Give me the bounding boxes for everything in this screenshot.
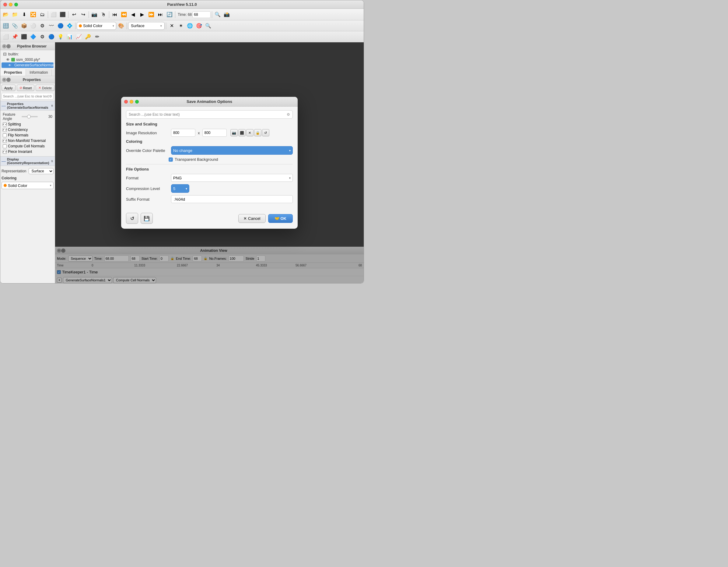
t3-btn3[interactable]: ⬛	[20, 33, 28, 41]
format-select[interactable]: PNG ▾	[171, 174, 293, 182]
loop-btn[interactable]: 🔄	[165, 10, 174, 19]
reset-button[interactable]: ⊘ Reset	[17, 85, 35, 91]
center-btn[interactable]: ✴	[177, 22, 185, 30]
open-folder-btn[interactable]: 📂	[2, 10, 10, 19]
maximize-button[interactable]	[14, 3, 18, 6]
color-dropdown[interactable]: Solid Color ▾	[77, 22, 116, 30]
cancel-button[interactable]: ✕ Cancel	[238, 214, 265, 223]
orient-btn[interactable]: ✕	[167, 22, 176, 30]
close-button[interactable]	[3, 3, 7, 6]
res-btn-reset[interactable]: ↺	[262, 129, 269, 136]
checkbox-piece-invariant[interactable]: ✓ Piece Invariant	[2, 149, 54, 154]
connect-btn[interactable]: 🔀	[29, 10, 37, 19]
render-btn[interactable]: ⬜	[49, 10, 58, 19]
dialog-search-input[interactable]	[129, 112, 287, 117]
surface-dropdown[interactable]: Surface ▾	[128, 22, 165, 30]
play-btn[interactable]: ▶	[138, 10, 146, 19]
open-btn[interactable]: 📁	[11, 10, 19, 19]
representation-select[interactable]: Surface	[29, 168, 54, 174]
t3-btn7[interactable]: 💡	[56, 33, 65, 41]
save-btn[interactable]: ⬇	[20, 10, 28, 19]
warp-btn[interactable]: 〰	[47, 22, 56, 30]
pipeline-float-btn[interactable]: ○	[6, 44, 11, 48]
apply-button[interactable]: Apply	[2, 85, 16, 91]
checkbox-compute-cell-box[interactable]	[3, 144, 7, 148]
tab-information[interactable]: Information	[26, 69, 52, 76]
fwd-btn[interactable]: ⏩	[147, 10, 156, 19]
screenshot-btn[interactable]: 📸	[222, 10, 231, 19]
t3-btn4[interactable]: 🔷	[29, 33, 37, 41]
end-btn[interactable]: ⏭	[156, 10, 165, 19]
compression-stepper[interactable]: 5 ▾	[171, 184, 189, 193]
section-copy-btn[interactable]: ⎘	[51, 104, 54, 107]
props-search-input[interactable]	[3, 94, 49, 98]
t3-btn1[interactable]: ⬜	[2, 33, 10, 41]
sphere-btn[interactable]: ⬛	[58, 10, 67, 19]
reset-animation-btn[interactable]: ↺	[126, 213, 138, 224]
t3-btn8[interactable]: 📊	[65, 33, 74, 41]
pipeline-item-builtin[interactable]: builtin:	[2, 51, 54, 57]
override-color-select[interactable]: No change ▾	[171, 146, 293, 155]
transparent-bg-checkbox[interactable]: ✓	[169, 157, 173, 162]
cam-btn[interactable]: 📷	[90, 10, 99, 19]
t3-btn5[interactable]: ⚙	[38, 33, 47, 41]
checkbox-consistency-box[interactable]: ✓	[3, 128, 7, 132]
undo-btn[interactable]: ↩	[70, 10, 78, 19]
sphere-btn2[interactable]: ⚪	[29, 22, 37, 30]
pipeline-item-ssm[interactable]: 👁 ssm_0000.ply*	[2, 57, 54, 62]
minimize-button[interactable]	[9, 3, 12, 6]
box-btn[interactable]: 📦	[20, 22, 28, 30]
calc-btn[interactable]: 🔢	[2, 22, 10, 30]
dialog-max-btn[interactable]	[135, 100, 139, 103]
time-input[interactable]	[192, 11, 211, 18]
redo-btn[interactable]: ↪	[79, 10, 87, 19]
save-load-btn[interactable]: 💾	[141, 213, 153, 224]
t3-btn11[interactable]: ✏	[93, 33, 101, 41]
contour-btn[interactable]: 🔵	[56, 22, 65, 30]
checkbox-consistency[interactable]: ✓ Consistency	[2, 127, 54, 132]
dialog-min-btn[interactable]	[130, 100, 133, 103]
res-btn-lock[interactable]: 🔒	[254, 129, 261, 136]
res-btn-2[interactable]: ⬛	[238, 129, 246, 136]
checkbox-flip-normals[interactable]: Flip Normals	[2, 132, 54, 138]
back-btn[interactable]: ◀	[129, 10, 137, 19]
zoom-btn[interactable]: 🔍	[213, 10, 222, 19]
feature-angle-thumb[interactable]	[27, 115, 31, 118]
stream-btn[interactable]: 💠	[65, 22, 74, 30]
pipeline-item-gensurface[interactable]: 👁 GenerateSurfaceNormals1	[2, 62, 54, 68]
begin-btn[interactable]: ⏮	[110, 10, 119, 19]
clip-btn[interactable]: 📎	[11, 22, 19, 30]
suffix-input[interactable]	[171, 195, 293, 203]
t3-btn2[interactable]: 📌	[11, 33, 19, 41]
resolution-height-input[interactable]	[202, 129, 227, 137]
feature-angle-slider[interactable]	[22, 116, 38, 117]
coloring-dropdown[interactable]: Solid Color ▾	[2, 182, 54, 189]
reset-view-btn[interactable]: 🎯	[195, 22, 203, 30]
checkbox-piece-invariant-box[interactable]: ✓	[3, 150, 7, 154]
checkbox-compute-cell[interactable]: Compute Cell Normals	[2, 143, 54, 149]
checkbox-non-manifold[interactable]: ✓ Non-Manifold Traversal	[2, 138, 54, 143]
palette-btn[interactable]: 🎨	[117, 22, 125, 30]
globe-btn[interactable]: 🌐	[186, 22, 194, 30]
checkbox-splitting[interactable]: ✓ Splitting	[2, 121, 54, 127]
props-close-btn[interactable]: ✕	[2, 78, 6, 82]
checkbox-splitting-box[interactable]: ✓	[3, 122, 7, 126]
t3-btn9[interactable]: 📈	[75, 33, 83, 41]
resolution-width-input[interactable]	[171, 129, 195, 137]
display-copy-btn[interactable]: ⎘	[51, 159, 54, 163]
dialog-close-btn[interactable]	[124, 100, 128, 103]
tab-properties[interactable]: Properties	[0, 69, 26, 76]
props-search-settings-icon[interactable]: ⚙	[49, 94, 52, 98]
prev-frame-btn[interactable]: ⏪	[120, 10, 128, 19]
t3-btn10[interactable]: 🔑	[84, 33, 92, 41]
checkbox-non-manifold-box[interactable]: ✓	[3, 139, 7, 143]
pipeline-close-btn[interactable]: ✕	[2, 44, 6, 48]
disconnect-btn[interactable]: 🗂	[38, 10, 47, 19]
ok-button[interactable]: 🤝 OK	[268, 214, 293, 223]
t3-btn6[interactable]: 🔵	[47, 33, 56, 41]
props-float-btn[interactable]: ○	[6, 78, 11, 82]
zoom-sel-btn[interactable]: 🔍	[204, 22, 212, 30]
gear-btn[interactable]: ⚙	[38, 22, 47, 30]
interact-btn[interactable]: 🖱	[99, 10, 108, 19]
checkbox-flip-normals-box[interactable]	[3, 133, 7, 137]
